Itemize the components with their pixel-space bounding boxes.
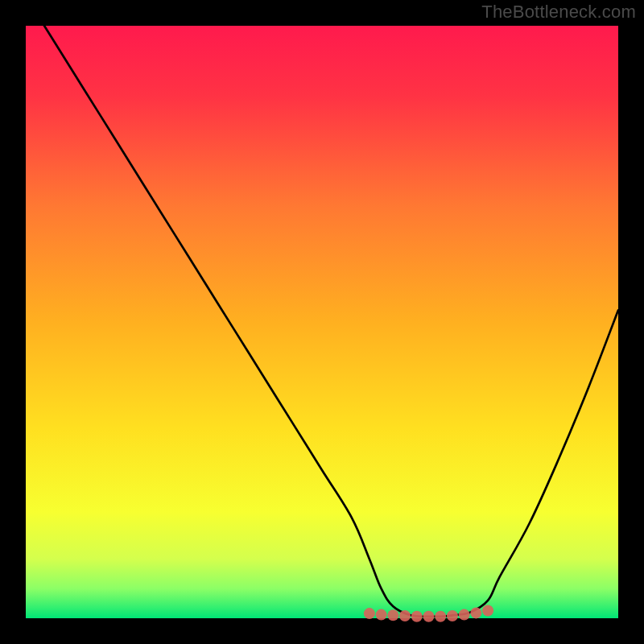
optimal-marker — [399, 610, 411, 621]
chart-canvas — [0, 0, 644, 644]
optimal-marker — [470, 607, 481, 618]
watermark-text: TheBottleneck.com — [481, 2, 636, 23]
optimal-marker — [447, 610, 458, 621]
bottleneck-chart: TheBottleneck.com — [0, 0, 644, 644]
optimal-marker — [387, 609, 398, 621]
optimal-marker — [423, 611, 434, 622]
optimal-marker — [459, 609, 470, 621]
optimal-marker — [482, 605, 493, 616]
plot-gradient-area — [26, 26, 618, 618]
optimal-marker — [364, 608, 375, 619]
optimal-marker — [435, 611, 446, 622]
optimal-marker — [376, 609, 387, 621]
optimal-marker — [411, 611, 423, 622]
